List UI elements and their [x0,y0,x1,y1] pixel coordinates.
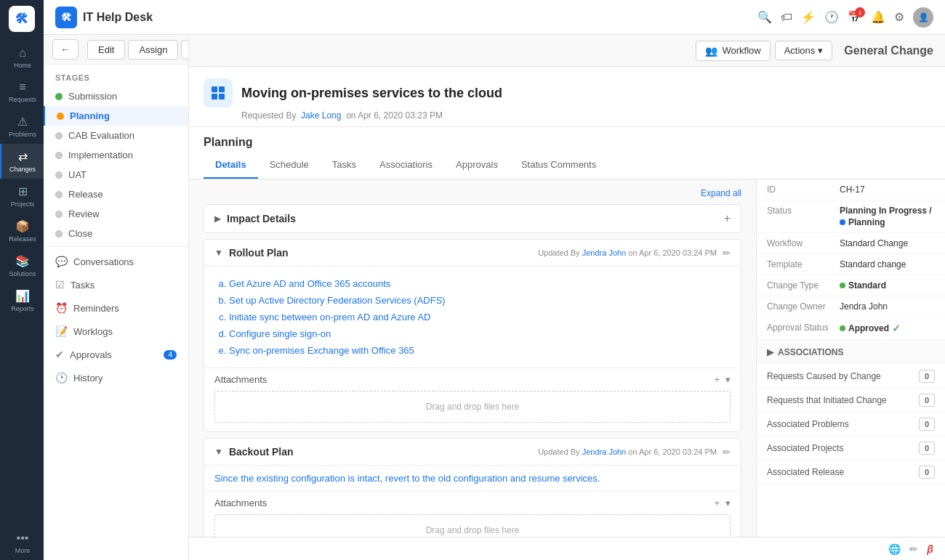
rollout-plan-header[interactable]: ▼ Rollout Plan Updated By Jendra John on… [204,240,741,267]
sidebar-tasks[interactable]: ☑ Tasks [44,273,188,296]
rollout-plan-body: Get Azure AD and Office 365 accounts Set… [204,267,741,368]
edit-button[interactable]: Edit [87,40,125,60]
backout-drag-drop-zone[interactable]: Drag and drop files here [214,514,731,537]
tab-approvals[interactable]: Approvals [444,152,510,179]
badge-count: 1 [855,7,865,17]
tab-schedule[interactable]: Schedule [258,152,321,179]
bottom-edit-icon[interactable]: ✏ [909,543,918,555]
sidebar-conversations[interactable]: 💬 Conversations [44,250,188,273]
backout-plan-section: ▼ Backout Plan Updated By Jendra John on… [204,438,741,537]
backout-attach-plus-icon[interactable]: + [714,498,720,508]
sidebar-item-solutions[interactable]: 📚 Solutions [0,248,44,283]
user-avatar[interactable]: 👤 [913,7,933,28]
sidebar-item-problems[interactable]: ⚠ Problems [0,109,44,144]
impact-details-header[interactable]: ▶ Impact Details + [204,205,741,232]
backout-meta: Updated By Jendra John on Apr 6, 2020 03… [538,447,717,456]
rollout-item-0[interactable]: Get Azure AD and Office 365 accounts [229,278,390,289]
actions-button[interactable]: Actions ▾ [775,41,833,60]
search-icon[interactable]: 🔍 [757,10,772,24]
requester-link[interactable]: Jake Long [301,110,341,121]
backout-updater-link[interactable]: Jendra John [582,447,627,456]
nav-label-releases: Releases [9,235,36,243]
page-title-right: General Change [844,44,933,57]
actions-label: Actions [784,45,816,56]
backout-plan-header[interactable]: ▼ Backout Plan Updated By Jendra John on… [204,439,741,466]
backout-attach-chevron-icon[interactable]: ▾ [725,498,731,508]
svg-rect-3 [219,94,225,100]
releases-icon: 📦 [15,219,30,233]
timer-icon[interactable]: 🕐 [824,10,839,24]
sidebar-item-reports[interactable]: 📊 Reports [0,283,44,318]
attach-plus-icon[interactable]: + [714,374,720,385]
expand-all-button[interactable]: Expand all [204,188,741,198]
associations-header[interactable]: ▶ ASSOCIATIONS [757,340,945,365]
template-value: Standard change [840,259,935,269]
stage-implementation[interactable]: Implementation [44,145,188,165]
rollout-item-3[interactable]: Configure single sign-on [229,328,331,339]
notification-badge[interactable]: 📅 1 [848,10,862,24]
rollout-item-4[interactable]: Sync on-premises Exchange with Office 36… [229,345,414,356]
rollout-item-2[interactable]: Initiate sync between on-prem AD and Azu… [229,312,431,322]
list-item: Get Azure AD and Office 365 accounts [229,275,731,292]
backout-plan-title: Backout Plan [229,446,538,458]
status-dot [840,219,845,225]
workflow-label: Workflow [722,45,760,56]
stage-release[interactable]: Release [44,184,188,204]
record-subtitle: Requested By Jake Long on Apr 6, 2020 03… [241,110,930,121]
stage-review[interactable]: Review [44,204,188,224]
assoc-label-0: Requests Caused by Change [767,371,881,381]
nav-label-solutions: Solutions [9,270,36,277]
sidebar-reminders[interactable]: ⏰ Reminders [44,296,188,320]
requests-icon: ≡ [19,81,25,94]
stage-close[interactable]: Close [44,224,188,243]
bell-icon[interactable]: 🔔 [871,10,885,24]
approved-checkmark-icon: ✓ [892,322,901,334]
backout-attach-actions: + ▾ [714,498,731,508]
sidebar-item-requests[interactable]: ≡ Requests [0,75,44,109]
assign-button[interactable]: Assign [128,40,178,60]
sidebar-item-home[interactable]: ⌂ Home [0,41,44,75]
sidebar-history[interactable]: 🕐 History [44,366,188,389]
workflow-button[interactable]: 👥 Workflow [696,41,770,61]
tab-associations[interactable]: Associations [368,152,444,179]
rollout-drag-drop-zone[interactable]: Drag and drop files here [214,391,731,423]
approvals-icon: ✔ [55,349,64,360]
close-button[interactable]: Close [181,40,189,60]
stage-cab-evaluation[interactable]: CAB Evaluation [44,126,188,145]
tags-icon[interactable]: 🏷 [781,11,792,24]
attach-chevron-icon[interactable]: ▾ [725,374,731,385]
worklogs-icon: 📝 [55,325,68,337]
main-container: 🛠 IT Help Desk 🔍 🏷 ⚡ 🕐 📅 1 🔔 ⚙ 👤 ← Edit … [44,0,945,560]
sidebar-worklogs[interactable]: 📝 Worklogs [44,320,188,343]
sidebar-item-more[interactable]: ••• More [0,526,44,560]
stage-label-close: Close [68,228,92,239]
backout-edit-icon[interactable]: ✏ [723,447,731,458]
tasks-label: Tasks [71,280,94,291]
stage-planning[interactable]: Planning [44,106,188,126]
rollout-edit-icon[interactable]: ✏ [723,248,731,259]
tab-status-comments[interactable]: Status Comments [510,152,608,179]
stage-label-release: Release [68,189,103,200]
rollout-item-1[interactable]: Set up Active Directory Federation Servi… [229,295,446,306]
sidebar-item-changes[interactable]: ⇄ Changes [0,144,44,179]
stage-dot-impl [55,152,63,159]
impact-details-title: Impact Details [227,213,724,224]
tab-details[interactable]: Details [204,152,258,179]
sidebar-item-projects[interactable]: ⊞ Projects [0,179,44,214]
settings-icon[interactable]: ⚙ [894,10,904,24]
translate-icon[interactable]: 🌐 [888,543,901,555]
stage-uat[interactable]: UAT [44,165,188,184]
stage-submission[interactable]: Submission [44,86,188,106]
sidebar-approvals[interactable]: ✔ Approvals 4 [44,343,188,366]
lightning-icon[interactable]: ⚡ [801,10,816,24]
impact-add-button[interactable]: + [724,212,731,225]
tab-tasks[interactable]: Tasks [321,152,368,179]
rollout-updater-link[interactable]: Jendra John [582,248,627,257]
stage-dot-planning [57,113,64,120]
back-button[interactable]: ← [52,39,79,60]
sidebar-item-releases[interactable]: 📦 Releases [0,214,44,248]
middle-panel: Expand all ▶ Impact Details + ▼ Ro [189,179,756,537]
approval-text: Approved [848,323,889,333]
change-owner-label: Change Owner [767,301,840,312]
info-row-change-owner: Change Owner Jendra John [757,296,945,317]
